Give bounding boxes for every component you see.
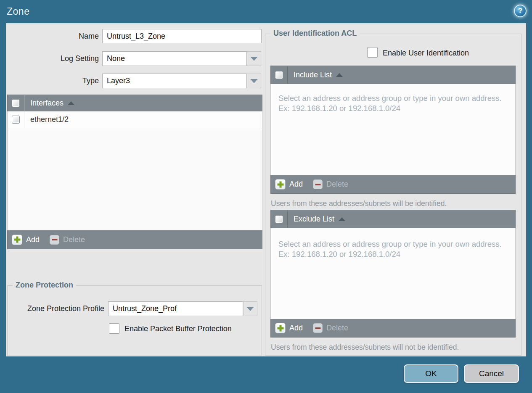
- user-identification-acl-group: User Identification ACL Enable User Iden…: [265, 34, 521, 356]
- include-select-all-checkbox[interactable]: [275, 71, 283, 79]
- interfaces-table-header[interactable]: Interfaces: [7, 95, 262, 111]
- include-list-column-header[interactable]: Include List: [294, 71, 332, 79]
- ok-button[interactable]: OK: [404, 364, 458, 383]
- exclude-delete-button: Delete: [313, 323, 348, 333]
- interfaces-table-body: [7, 128, 262, 230]
- exclude-select-all-checkbox[interactable]: [275, 215, 283, 223]
- interface-row-checkbox[interactable]: [12, 116, 20, 124]
- exclude-list-placeholder: Select an address or address group or ty…: [278, 239, 506, 260]
- sort-asc-icon: [336, 73, 343, 77]
- interfaces-add-button[interactable]: Add: [12, 235, 40, 245]
- enable-user-identification-label: Enable User Identification: [383, 49, 469, 58]
- include-add-button[interactable]: Add: [275, 179, 303, 190]
- include-list-footer: Add Delete: [270, 175, 516, 194]
- log-setting-select[interactable]: None: [102, 51, 247, 66]
- packet-buffer-protection-checkbox[interactable]: [109, 323, 119, 334]
- plus-icon: [275, 323, 286, 333]
- enable-user-identification-checkbox[interactable]: [367, 47, 378, 58]
- dialog-title: Zone: [7, 6, 29, 17]
- interface-name: ethernet1/2: [30, 115, 69, 124]
- interfaces-table-footer: Add Delete: [7, 230, 262, 249]
- zone-protection-profile-select[interactable]: Untrust_Zone_Prof: [108, 301, 243, 316]
- exclude-list-header[interactable]: Exclude List: [270, 210, 516, 228]
- zone-protection-profile-dropdown-arrow-icon[interactable]: [243, 301, 257, 316]
- name-input[interactable]: [102, 29, 262, 43]
- type-label: Type: [6, 74, 99, 88]
- help-icon[interactable]: ?: [514, 5, 527, 17]
- include-list-caption: Users from these addresses/subnets will …: [271, 199, 447, 208]
- log-setting-dropdown-arrow-icon[interactable]: [247, 51, 261, 66]
- log-setting-label: Log Setting: [6, 51, 99, 66]
- type-dropdown-arrow-icon[interactable]: [247, 74, 261, 88]
- exclude-list-caption: Users from these addresses/subnets will …: [271, 343, 459, 352]
- include-list-body: Select an address or address group or ty…: [270, 84, 516, 175]
- minus-icon: [313, 323, 323, 333]
- exclude-list-body: Select an address or address group or ty…: [270, 228, 516, 319]
- plus-icon: [275, 179, 286, 190]
- exclude-add-button[interactable]: Add: [275, 323, 303, 333]
- table-row[interactable]: ethernet1/2: [7, 111, 262, 128]
- exclude-list-column-header[interactable]: Exclude List: [294, 215, 334, 224]
- minus-icon: [313, 179, 323, 189]
- name-label: Name: [6, 29, 99, 43]
- sort-asc-icon: [339, 217, 345, 221]
- plus-icon: [12, 235, 22, 245]
- type-select[interactable]: Layer3: [102, 74, 247, 88]
- cancel-button[interactable]: Cancel: [464, 364, 519, 383]
- zone-dialog: Zone ? Name Log Setting None Type Layer3…: [0, 0, 532, 393]
- include-list-placeholder: Select an address or address group or ty…: [278, 93, 506, 114]
- zone-protection-group: Zone Protection Zone Protection Profile …: [7, 285, 262, 356]
- exclude-list-footer: Add Delete: [270, 319, 516, 338]
- include-list-header[interactable]: Include List: [270, 66, 516, 84]
- dialog-body: Name Log Setting None Type Layer3 Interf…: [6, 23, 526, 356]
- include-delete-button: Delete: [313, 179, 348, 189]
- interfaces-select-all-checkbox[interactable]: [12, 99, 20, 107]
- minus-icon: [50, 235, 59, 245]
- interfaces-delete-button: Delete: [50, 235, 85, 245]
- sort-asc-icon: [68, 101, 74, 105]
- user-identification-acl-legend: User Identification ACL: [270, 29, 360, 38]
- interfaces-column-header[interactable]: Interfaces: [30, 99, 64, 108]
- zone-protection-profile-label: Zone Protection Profile: [8, 301, 104, 316]
- zone-protection-legend: Zone Protection: [13, 281, 76, 290]
- packet-buffer-protection-label: Enable Packet Buffer Protection: [124, 324, 232, 333]
